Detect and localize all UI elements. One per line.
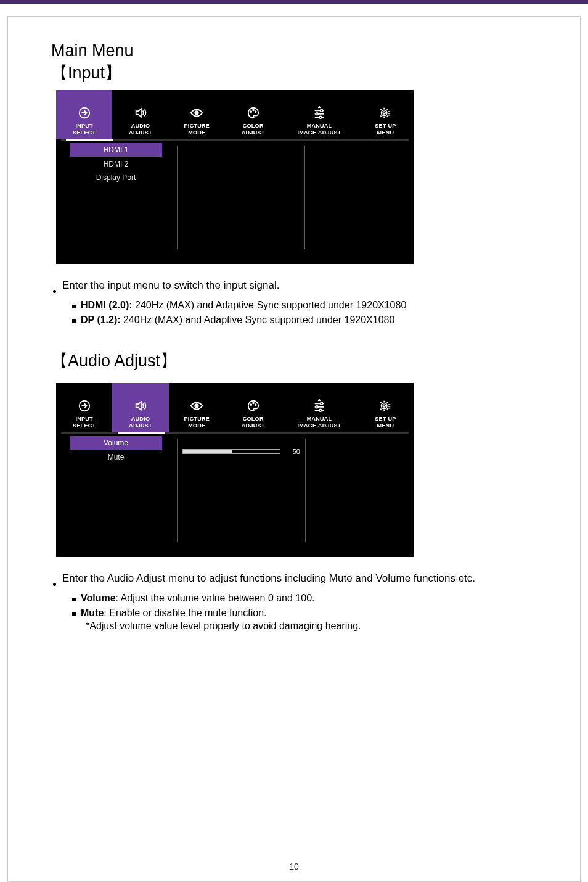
svg-point-12: [250, 405, 251, 406]
svg-point-16: [316, 406, 319, 408]
tab-picture-mode[interactable]: PICTURE MODE: [169, 90, 225, 139]
right-pane: [305, 439, 410, 542]
tab-label: MANUAL IMAGE ADJUST: [297, 416, 341, 429]
note-main-text: Enter the Audio Adjust menu to adjust fu…: [62, 572, 475, 590]
svg-point-8: [382, 110, 387, 116]
tab-setup-menu[interactable]: SET UP MENU: [357, 90, 414, 139]
square-icon: [72, 299, 76, 312]
note-main-text: Enter the input menu to switch the input…: [62, 279, 279, 297]
osd-audio-adjust: INPUT SELECT AUDIO ADJUST PICTURE MODE C…: [56, 383, 414, 557]
note-hdmi: HDMI (2.0): 240Hz (MAX) and Adaptive Syn…: [81, 299, 406, 312]
menu-item-hdmi2[interactable]: HDMI 2: [70, 157, 162, 171]
tab-color-adjust[interactable]: COLOR ADJUST: [225, 383, 281, 432]
tab-label: SET UP MENU: [375, 416, 396, 429]
heading-main: Main Menu: [51, 41, 543, 60]
note-star: *Adjust volume value level properly to a…: [86, 619, 543, 633]
tab-label: INPUT SELECT: [73, 416, 96, 429]
note-volume: Volume: Adjust the volume value between …: [81, 591, 315, 605]
page-number: 10: [8, 862, 580, 872]
osd-input-select: INPUT SELECT AUDIO ADJUST PICTURE MODE C…: [56, 90, 414, 264]
svg-point-15: [321, 403, 323, 405]
svg-point-4: [255, 112, 256, 113]
menu-item-displayport[interactable]: Display Port: [70, 171, 162, 184]
svg-point-5: [321, 110, 323, 112]
middle-pane: [177, 146, 305, 249]
gear-icon: [377, 105, 394, 120]
tab-audio-adjust[interactable]: AUDIO ADJUST: [112, 383, 168, 432]
speaker-icon: [132, 105, 149, 120]
volume-value: 50: [285, 448, 300, 455]
svg-point-2: [250, 112, 251, 113]
svg-point-6: [316, 113, 319, 115]
gear-icon: [377, 398, 394, 413]
tab-label: SET UP MENU: [375, 123, 396, 136]
tab-setup-menu[interactable]: SET UP MENU: [357, 383, 414, 432]
svg-point-9: [383, 112, 386, 114]
svg-point-17: [319, 410, 322, 412]
arrow-in-icon: [76, 105, 93, 120]
osd-body: HDMI 1 HDMI 2 Display Port: [56, 141, 414, 264]
tab-manual-image-adjust[interactable]: MANUAL IMAGE ADJUST: [281, 90, 357, 139]
tab-manual-image-adjust[interactable]: MANUAL IMAGE ADJUST: [281, 383, 357, 432]
svg-point-18: [382, 403, 387, 409]
tab-color-adjust[interactable]: COLOR ADJUST: [225, 90, 281, 139]
right-pane: [305, 141, 410, 255]
tab-input-select[interactable]: INPUT SELECT: [56, 90, 112, 139]
svg-point-13: [253, 403, 254, 404]
note-dp: DP (1.2): 240Hz (MAX) and Adaptive Sync …: [81, 313, 394, 327]
heading-audio-adjust: 【Audio Adjust】: [51, 350, 543, 372]
tab-input-select[interactable]: INPUT SELECT: [56, 383, 112, 432]
square-icon: [72, 313, 76, 327]
menu-item-volume[interactable]: Volume: [70, 436, 162, 450]
arrow-in-icon: [76, 398, 93, 413]
tab-picture-mode[interactable]: PICTURE MODE: [169, 383, 225, 432]
osd-body: Volume Mute 50: [56, 434, 414, 557]
tab-underline: [61, 139, 409, 141]
middle-pane: 50: [177, 439, 305, 542]
osd-tabs: INPUT SELECT AUDIO ADJUST PICTURE MODE C…: [56, 383, 414, 432]
sliders-icon: [311, 105, 328, 120]
bullet-icon: [51, 279, 57, 297]
manual-page: Main Menu 【Input】 INPUT SELECT AUDIO ADJ…: [7, 16, 581, 882]
osd-tabs: INPUT SELECT AUDIO ADJUST PICTURE MODE C…: [56, 90, 414, 139]
volume-slider-fill: [183, 450, 232, 453]
speaker-icon: [132, 398, 149, 413]
sliders-icon: [311, 398, 328, 413]
tab-label: MANUAL IMAGE ADJUST: [297, 123, 341, 136]
eye-icon: [188, 105, 205, 120]
svg-point-19: [383, 405, 386, 408]
svg-point-3: [253, 110, 254, 111]
tab-audio-adjust[interactable]: AUDIO ADJUST: [112, 90, 168, 139]
heading-input: 【Input】: [51, 62, 543, 84]
svg-point-11: [195, 405, 199, 408]
tab-label: PICTURE MODE: [184, 123, 210, 136]
volume-slider[interactable]: [182, 449, 280, 454]
palette-icon: [245, 105, 262, 120]
notes-input: Enter the input menu to switch the input…: [51, 279, 543, 326]
tab-label: COLOR ADJUST: [242, 123, 265, 136]
tab-label: COLOR ADJUST: [242, 416, 265, 429]
eye-icon: [188, 398, 205, 413]
menu-item-hdmi1[interactable]: HDMI 1: [70, 143, 162, 157]
menu-item-mute[interactable]: Mute: [70, 450, 162, 464]
tab-label: AUDIO ADJUST: [129, 123, 152, 136]
svg-point-7: [319, 117, 322, 119]
menu-list: HDMI 1 HDMI 2 Display Port: [60, 141, 177, 255]
note-mute: Mute: Enable or disable the mute functio…: [81, 606, 267, 620]
square-icon: [72, 606, 76, 620]
tab-label: PICTURE MODE: [184, 416, 210, 429]
volume-slider-row: 50: [182, 445, 300, 458]
square-icon: [72, 591, 76, 605]
tab-underline: [61, 432, 409, 434]
tab-label: AUDIO ADJUST: [129, 416, 152, 429]
bullet-icon: [51, 572, 57, 590]
tab-label: INPUT SELECT: [73, 123, 96, 136]
svg-point-14: [255, 405, 256, 406]
svg-point-1: [195, 112, 199, 115]
menu-list: Volume Mute: [60, 434, 177, 548]
notes-audio: Enter the Audio Adjust menu to adjust fu…: [51, 572, 543, 633]
palette-icon: [245, 398, 262, 413]
